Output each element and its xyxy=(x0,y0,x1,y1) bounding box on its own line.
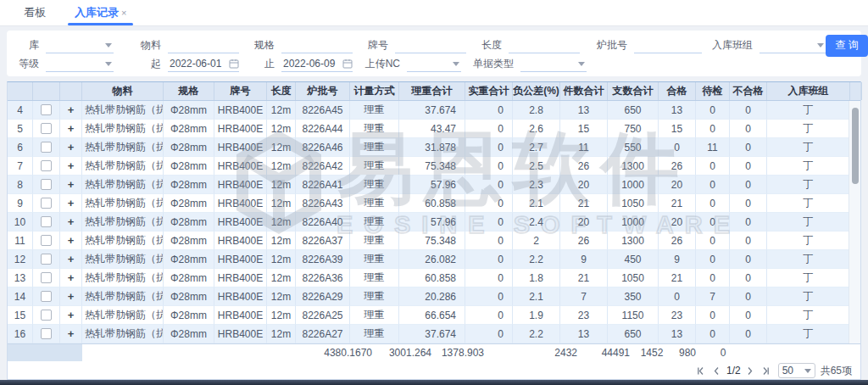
table-row[interactable]: 10+热轧带肋钢筋（抗震）Φ28mmHRB400E12m8226A40理重57.… xyxy=(8,213,860,232)
total-items-label: 共65项 xyxy=(821,364,852,378)
length-input[interactable] xyxy=(509,37,580,53)
table-row[interactable]: 11+热轧带肋钢筋（抗震）Φ28mmHRB400E12m8226A37理重75.… xyxy=(8,232,860,250)
table-row[interactable]: 14+热轧带肋钢筋（抗震）Φ28mmHRB400E12m8226A29理重20.… xyxy=(8,287,860,306)
cell-batch: 8226A25 xyxy=(296,306,350,325)
cell-pieces: 15 xyxy=(560,120,608,138)
cell-method: 理重 xyxy=(350,306,399,325)
team-select[interactable] xyxy=(760,37,826,53)
table-row[interactable]: 15+热轧带肋钢筋（抗震）Φ28mmHRB400E12m8226A25理重66.… xyxy=(8,306,860,325)
summary-qualified-total: 1452 xyxy=(633,344,670,361)
cell-material: 热轧带肋钢筋（抗震） xyxy=(82,120,164,138)
cell-theory: 75.348 xyxy=(399,232,465,250)
upload-nc-select[interactable] xyxy=(407,56,461,72)
bottom-strip xyxy=(0,380,868,385)
cell-spec: Φ28mm xyxy=(164,269,214,287)
level-select[interactable] xyxy=(46,56,114,72)
summary-actual-total: 1378.903 xyxy=(440,344,487,361)
cell-qualified: 20 xyxy=(659,213,696,232)
cell-index: 11 xyxy=(8,232,33,250)
date-to-input[interactable]: 2022-06-09 xyxy=(281,56,353,72)
next-page-button[interactable] xyxy=(743,363,758,378)
material-input[interactable] xyxy=(168,37,239,53)
table-row[interactable]: 16+热轧带肋钢筋（抗震）Φ28mmHRB400E12m8226A27理重37.… xyxy=(8,325,860,343)
cell-tolerance: 1.9 xyxy=(513,306,560,325)
table-row[interactable]: 9+热轧带肋钢筋（抗震）Φ28mmHRB400E12m8226A43理重60.8… xyxy=(8,194,860,213)
tab-inbound-records[interactable]: 入库记录 × xyxy=(75,0,126,25)
row-checkbox[interactable] xyxy=(41,198,52,209)
cell-theory: 75.348 xyxy=(399,157,465,176)
cell-batch: 8226A29 xyxy=(296,287,350,306)
grade-input[interactable] xyxy=(395,37,466,53)
cell-theory: 43.47 xyxy=(399,120,465,138)
prev-page-button[interactable] xyxy=(709,363,725,378)
expand-row-icon[interactable]: + xyxy=(68,178,75,191)
cell-index: 14 xyxy=(8,287,33,306)
table-row[interactable]: 4+热轧带肋钢筋（抗震）Φ28mmHRB400E12m8226A45理重37.6… xyxy=(8,101,860,120)
table-row[interactable]: 6+热轧带肋钢筋（抗震）Φ28mmHRB400E12m8226A46理重31.8… xyxy=(8,138,860,157)
page-size-select[interactable]: 50 xyxy=(778,363,815,378)
row-checkbox[interactable] xyxy=(41,179,52,190)
row-checkbox[interactable] xyxy=(41,272,52,283)
expand-row-icon[interactable]: + xyxy=(68,103,75,116)
row-checkbox[interactable] xyxy=(41,254,52,265)
expand-row-icon[interactable]: + xyxy=(68,327,75,340)
column-header-spec: 规格 xyxy=(164,82,214,100)
table-row[interactable]: 13+热轧带肋钢筋（抗震）Φ28mmHRB400E12m8226A36理重60.… xyxy=(8,269,860,287)
cell-pieces: 7 xyxy=(560,287,608,306)
expand-row-icon[interactable]: + xyxy=(68,234,75,247)
expand-row-icon[interactable]: + xyxy=(68,253,75,265)
table-row[interactable]: 12+热轧带肋钢筋（抗震）Φ28mmHRB400E12m8226A39理重26.… xyxy=(8,250,860,269)
expand-row-icon[interactable]: + xyxy=(68,122,75,135)
date-from-input[interactable]: 2022-06-01 xyxy=(168,56,239,72)
cell-checkbox xyxy=(33,176,60,194)
cell-spec: Φ28mm xyxy=(164,213,214,232)
expand-row-icon[interactable]: + xyxy=(68,215,75,228)
last-page-button[interactable] xyxy=(758,363,773,378)
tab-close-icon[interactable]: × xyxy=(121,8,126,18)
expand-row-icon[interactable]: + xyxy=(68,197,75,209)
batch-label: 炉批号 xyxy=(592,38,627,53)
row-checkbox[interactable] xyxy=(41,160,52,171)
cell-qualified: 13 xyxy=(659,325,696,343)
cell-length: 12m xyxy=(267,269,296,287)
column-header-actual: 实重合计 xyxy=(465,82,513,100)
doc-type-select[interactable] xyxy=(520,56,587,72)
row-checkbox[interactable] xyxy=(41,291,52,302)
expand-row-icon[interactable]: + xyxy=(68,159,75,172)
warehouse-select[interactable] xyxy=(46,37,114,53)
tab-dashboard[interactable]: 看板 xyxy=(24,0,46,25)
row-checkbox[interactable] xyxy=(41,123,52,134)
first-page-button[interactable] xyxy=(694,363,709,378)
row-checkbox[interactable] xyxy=(41,104,52,115)
row-checkbox[interactable] xyxy=(41,310,52,321)
row-checkbox[interactable] xyxy=(41,216,52,227)
search-button[interactable]: 查 询 xyxy=(826,35,868,57)
row-checkbox[interactable] xyxy=(41,235,52,246)
cell-tolerance: 2.5 xyxy=(513,157,560,176)
spec-input[interactable] xyxy=(281,37,353,53)
cell-spec: Φ28mm xyxy=(164,306,214,325)
table-row[interactable]: 5+热轧带肋钢筋（抗震）Φ28mmHRB400E12m8226A44理重43.4… xyxy=(8,120,860,138)
cell-grade: HRB400E xyxy=(214,194,267,213)
cell-checkbox xyxy=(33,213,60,232)
warehouse-label: 库 xyxy=(15,38,39,53)
table-row[interactable]: 7+热轧带肋钢筋（抗震）Φ28mmHRB400E12m8226A42理重75.3… xyxy=(8,157,860,176)
cell-unqualified: 0 xyxy=(730,250,767,269)
cell-pieces: 20 xyxy=(560,213,608,232)
cell-actual: 0 xyxy=(465,287,513,306)
column-header-qualified: 合格 xyxy=(659,82,696,100)
expand-row-icon[interactable]: + xyxy=(68,309,75,321)
table-row[interactable]: 8+热轧带肋钢筋（抗震）Φ28mmHRB400E12m8226A41理重57.9… xyxy=(8,176,860,194)
cell-batch: 8226A37 xyxy=(296,232,350,250)
scrollbar-thumb[interactable] xyxy=(852,108,859,184)
expand-row-icon[interactable]: + xyxy=(68,141,75,153)
row-checkbox[interactable] xyxy=(41,328,52,339)
expand-row-icon[interactable]: + xyxy=(68,271,75,284)
cell-material: 热轧带肋钢筋（抗震） xyxy=(82,306,164,325)
cell-expand: + xyxy=(60,101,82,120)
vertical-scrollbar[interactable] xyxy=(849,101,860,343)
cell-actual: 0 xyxy=(465,157,513,176)
row-checkbox[interactable] xyxy=(41,142,52,153)
batch-input[interactable] xyxy=(634,37,702,53)
expand-row-icon[interactable]: + xyxy=(68,290,75,303)
